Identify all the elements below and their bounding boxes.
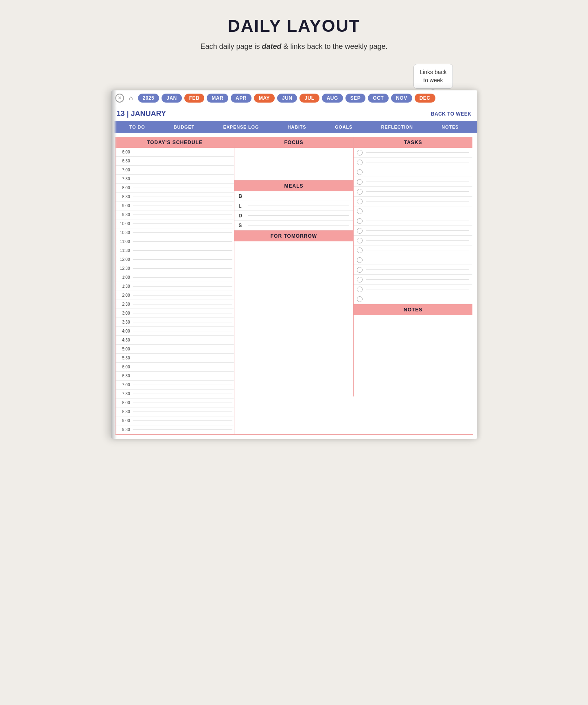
- task-checkbox[interactable]: [357, 199, 363, 204]
- time-row[interactable]: 9:00: [116, 416, 234, 425]
- time-label: 4:00: [117, 329, 133, 333]
- month-dec[interactable]: DEC: [415, 94, 435, 103]
- month-aug[interactable]: AUG: [322, 94, 343, 103]
- task-row[interactable]: [354, 148, 473, 158]
- meal-row[interactable]: B: [234, 191, 353, 201]
- time-line: [133, 250, 233, 251]
- task-row[interactable]: [354, 265, 473, 275]
- task-row[interactable]: [354, 275, 473, 285]
- task-row[interactable]: [354, 197, 473, 206]
- meal-row[interactable]: L: [234, 201, 353, 211]
- task-checkbox[interactable]: [357, 296, 363, 302]
- tab-budget[interactable]: BUDGET: [174, 125, 195, 129]
- time-row[interactable]: 2:30: [116, 300, 234, 309]
- meal-row[interactable]: S: [234, 221, 353, 230]
- task-row[interactable]: [354, 177, 473, 187]
- meal-line: [248, 206, 349, 206]
- time-row[interactable]: 9:30: [116, 210, 234, 219]
- month-feb[interactable]: FEB: [184, 94, 205, 103]
- time-row[interactable]: 7:00: [116, 166, 234, 175]
- task-row[interactable]: [354, 226, 473, 236]
- task-checkbox[interactable]: [357, 277, 363, 282]
- month-jan[interactable]: JAN: [162, 94, 182, 103]
- task-checkbox[interactable]: [357, 247, 363, 253]
- task-checkbox[interactable]: [357, 287, 363, 292]
- month-mar[interactable]: MAR: [207, 94, 228, 103]
- time-row[interactable]: 7:00: [116, 381, 234, 390]
- task-row[interactable]: [354, 167, 473, 177]
- time-row[interactable]: 11:30: [116, 246, 234, 255]
- time-row[interactable]: 3:30: [116, 318, 234, 327]
- time-row[interactable]: 11:00: [116, 237, 234, 246]
- task-checkbox[interactable]: [357, 169, 363, 175]
- month-oct[interactable]: OCT: [368, 94, 389, 103]
- time-row[interactable]: 3:00: [116, 309, 234, 318]
- time-row[interactable]: 4:00: [116, 327, 234, 336]
- time-row[interactable]: 1:00: [116, 273, 234, 282]
- meal-row[interactable]: D: [234, 211, 353, 221]
- month-jul[interactable]: JUL: [299, 94, 319, 103]
- time-row[interactable]: 8:00: [116, 398, 234, 407]
- tab-habits[interactable]: HABITS: [288, 125, 306, 129]
- task-checkbox[interactable]: [357, 189, 363, 195]
- close-icon[interactable]: ✕: [115, 94, 124, 103]
- time-row[interactable]: 12:00: [116, 255, 234, 264]
- time-label: 5:30: [117, 356, 133, 360]
- time-row[interactable]: 6:00: [116, 148, 234, 157]
- task-checkbox[interactable]: [357, 257, 363, 263]
- tab-todo[interactable]: TO DO: [129, 125, 145, 129]
- task-checkbox[interactable]: [357, 267, 363, 273]
- month-nov[interactable]: NOV: [391, 94, 412, 103]
- home-icon[interactable]: ⌂: [127, 94, 136, 103]
- time-label: 1:30: [117, 284, 133, 289]
- time-row[interactable]: 6:30: [116, 372, 234, 381]
- time-row[interactable]: 8:00: [116, 184, 234, 193]
- tab-goals[interactable]: GOALS: [335, 125, 352, 129]
- task-checkbox[interactable]: [357, 238, 363, 243]
- task-row[interactable]: [354, 236, 473, 245]
- task-checkbox[interactable]: [357, 228, 363, 234]
- task-checkbox[interactable]: [357, 160, 363, 165]
- task-row[interactable]: [354, 206, 473, 216]
- time-row[interactable]: 6:00: [116, 363, 234, 372]
- task-row[interactable]: [354, 245, 473, 255]
- time-row[interactable]: 5:30: [116, 354, 234, 363]
- tab-reflection[interactable]: REFLECTION: [381, 125, 413, 129]
- time-row[interactable]: 6:30: [116, 157, 234, 166]
- task-line: [366, 172, 470, 172]
- task-checkbox[interactable]: [357, 218, 363, 224]
- tab-expense-log[interactable]: EXPENSE LOG: [223, 125, 259, 129]
- time-row[interactable]: 7:30: [116, 390, 234, 398]
- month-may[interactable]: MAY: [254, 94, 275, 103]
- time-row[interactable]: 8:30: [116, 407, 234, 416]
- time-row[interactable]: 8:30: [116, 193, 234, 201]
- time-row[interactable]: 5:00: [116, 345, 234, 354]
- time-row[interactable]: 7:30: [116, 175, 234, 184]
- time-row[interactable]: 9:00: [116, 201, 234, 210]
- time-row[interactable]: 9:30: [116, 425, 234, 434]
- month-apr[interactable]: APR: [231, 94, 251, 103]
- notes-content[interactable]: [354, 315, 473, 396]
- time-row[interactable]: 4:30: [116, 336, 234, 345]
- time-row[interactable]: 10:00: [116, 219, 234, 228]
- time-row[interactable]: 1:30: [116, 282, 234, 291]
- back-to-week-button[interactable]: BACK TO WEEK: [431, 111, 472, 117]
- year-pill[interactable]: 2025: [138, 94, 160, 103]
- month-sep[interactable]: SEP: [345, 94, 366, 103]
- task-row[interactable]: [354, 255, 473, 265]
- task-row[interactable]: [354, 285, 473, 294]
- task-row[interactable]: [354, 158, 473, 167]
- focus-content[interactable]: [234, 148, 353, 180]
- task-checkbox[interactable]: [357, 179, 363, 185]
- month-jun[interactable]: JUN: [277, 94, 297, 103]
- time-row[interactable]: 2:00: [116, 291, 234, 300]
- task-row[interactable]: [354, 294, 473, 304]
- tab-notes[interactable]: NOTES: [442, 125, 459, 129]
- time-row[interactable]: 10:30: [116, 228, 234, 237]
- task-checkbox[interactable]: [357, 150, 363, 155]
- task-checkbox[interactable]: [357, 208, 363, 214]
- task-row[interactable]: [354, 187, 473, 197]
- task-row[interactable]: [354, 216, 473, 226]
- time-row[interactable]: 12:30: [116, 264, 234, 273]
- for-tomorrow-content[interactable]: [234, 241, 353, 290]
